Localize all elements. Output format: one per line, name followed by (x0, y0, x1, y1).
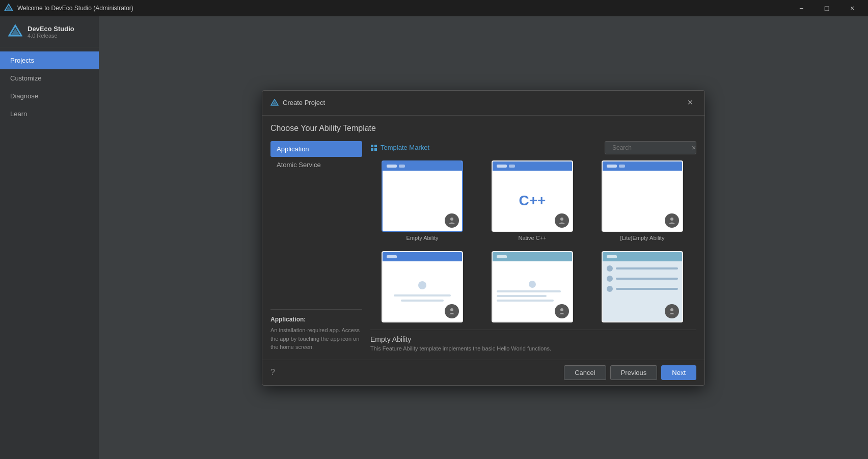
template-label-lite-empty: [Lite]Empty Ability (620, 235, 665, 241)
svg-rect-7 (374, 145, 377, 147)
preview-circle-2 (607, 276, 613, 282)
template-preview-empty-ability (382, 160, 463, 232)
preview-circle-items (607, 265, 678, 292)
template-preview-5 (492, 251, 573, 322)
preview-bar-2 (493, 161, 572, 171)
left-panel-item-application[interactable]: Application (270, 141, 362, 157)
sidebar: DevEco Studio 4.0 Release Projects Custo… (0, 16, 99, 459)
svg-rect-6 (371, 145, 373, 147)
preview-bar-dot2-3 (619, 165, 625, 168)
right-panel-header: Template Market × (370, 141, 696, 154)
next-button[interactable]: Next (661, 365, 696, 380)
preview-bar-3 (603, 161, 682, 171)
badge-icon-4 (448, 307, 456, 315)
right-panel: Template Market × (370, 141, 696, 352)
preview-bar-dot2-2 (509, 165, 515, 168)
preview-circle-item-3 (607, 286, 678, 292)
cpp-icon: C++ (519, 193, 546, 209)
template-label-empty-ability: Empty Ability (406, 235, 439, 241)
dialog-header: Create Project × (262, 91, 704, 116)
preview-circle-item-2 (607, 276, 678, 282)
preview-line-4b (401, 300, 444, 302)
sidebar-item-projects-label: Projects (10, 57, 34, 64)
dialog-footer: ? Cancel Previous Next (262, 360, 704, 385)
template-badge-5 (555, 304, 569, 318)
selected-template-info: Empty Ability This Feature Ability templ… (370, 330, 696, 352)
sidebar-item-learn-label: Learn (10, 110, 27, 118)
template-preview-6 (602, 251, 683, 322)
create-project-dialog: Create Project × Choose Your Ability Tem… (262, 90, 705, 386)
sidebar-item-projects[interactable]: Projects (0, 51, 99, 69)
preview-line-5a (497, 290, 561, 292)
content-area: Welcome to DevEco Studio (Administrator)… (99, 16, 868, 459)
selected-template-name: Empty Ability (370, 335, 696, 343)
close-button[interactable]: × (840, 0, 864, 16)
dialog-close-button[interactable]: × (684, 97, 696, 109)
left-panel-item-atomic-service[interactable]: Atomic Service (270, 157, 362, 173)
logo-version: 4.0 Release (28, 33, 74, 39)
dialog-header-left: Create Project (270, 99, 325, 107)
left-panel: Application Atomic Service Application: … (270, 141, 362, 352)
dialog-title: Create Project (283, 99, 325, 106)
titlebar: Welcome to DevEco Studio (Administrator)… (0, 0, 868, 16)
preview-bar (383, 161, 462, 171)
cancel-button[interactable]: Cancel (564, 365, 606, 380)
sidebar-item-learn[interactable]: Learn (0, 105, 99, 123)
maximize-button[interactable]: □ (815, 0, 838, 16)
search-clear-icon[interactable]: × (692, 144, 696, 152)
preview-bar-dot-6 (607, 255, 617, 258)
preview-bar-dot-3 (607, 165, 617, 168)
svg-point-16 (560, 308, 563, 311)
template-card-4[interactable] (370, 251, 474, 330)
template-card-empty-ability[interactable]: Empty Ability (370, 160, 474, 245)
dialog-heading: Choose Your Ability Template (270, 124, 696, 133)
search-box[interactable]: × (605, 141, 696, 154)
template-market-icon (370, 144, 377, 151)
preview-bar-5 (493, 252, 572, 261)
create-project-icon (270, 99, 279, 107)
previous-button[interactable]: Previous (610, 365, 658, 380)
svg-point-12 (450, 218, 453, 221)
preview-rect-2 (616, 278, 678, 280)
template-badge-4 (445, 304, 459, 318)
deveco-logo-icon (8, 24, 22, 39)
preview-bar-dot-5 (497, 255, 507, 258)
template-card-native-cpp[interactable]: C++ (480, 160, 584, 245)
preview-line-5c (497, 300, 554, 302)
template-market-label: Template Market (370, 144, 429, 151)
svg-rect-8 (371, 148, 373, 151)
badge-icon-6 (668, 307, 676, 315)
preview-bar-4 (383, 252, 462, 261)
template-card-5[interactable] (480, 251, 584, 330)
badge-icon-2 (558, 217, 566, 225)
sidebar-logo: DevEco Studio 4.0 Release (0, 16, 99, 47)
search-input[interactable] (612, 144, 689, 151)
preview-bar-dot (387, 165, 397, 168)
sidebar-item-customize-label: Customize (10, 74, 41, 82)
template-card-6[interactable] (590, 251, 694, 330)
sidebar-item-diagnose-label: Diagnose (10, 92, 38, 100)
preview-circle-1 (607, 265, 613, 272)
template-card-lite-empty[interactable]: [Lite]Empty Ability (590, 160, 694, 245)
help-icon[interactable]: ? (270, 368, 275, 377)
application-label: Application (277, 145, 309, 153)
svg-point-17 (670, 308, 673, 311)
selected-template-description: This Feature Ability template implements… (370, 345, 696, 352)
sidebar-item-diagnose[interactable]: Diagnose (0, 87, 99, 105)
preview-dot-4 (418, 281, 426, 289)
template-preview-4 (382, 251, 463, 322)
template-grid: Empty Ability (370, 160, 696, 330)
preview-bar-dot-2 (497, 165, 507, 168)
preview-line-4a (394, 294, 451, 296)
preview-rect-3 (616, 288, 678, 290)
sidebar-item-customize[interactable]: Customize (0, 69, 99, 87)
minimize-button[interactable]: − (790, 0, 813, 16)
template-badge-6 (665, 304, 679, 318)
preview-circle-5 (529, 281, 536, 288)
titlebar-controls: − □ × (790, 0, 864, 16)
template-preview-native-cpp: C++ (492, 160, 573, 232)
preview-bar-dot2 (399, 165, 405, 168)
svg-rect-9 (374, 148, 377, 151)
template-label-native-cpp: Native C++ (518, 235, 546, 241)
svg-point-14 (670, 218, 673, 221)
